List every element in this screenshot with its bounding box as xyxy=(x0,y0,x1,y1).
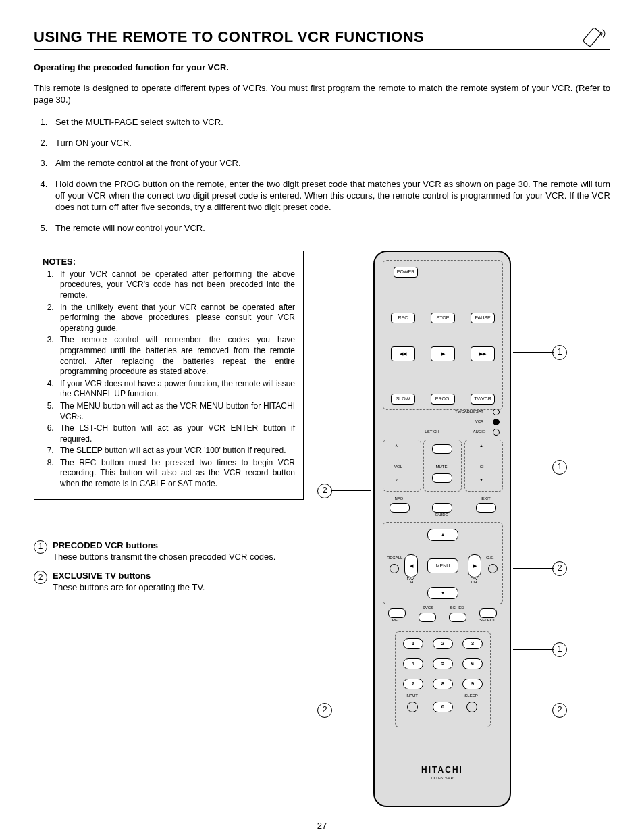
remote-icon xyxy=(583,27,610,47)
lstch-label: LST-CH xyxy=(422,429,442,435)
ff-button: ▶▶ xyxy=(471,346,495,361)
recall-button xyxy=(390,564,399,573)
ch-up-icon: ▲ xyxy=(479,444,483,449)
model-label: CLU-615MP xyxy=(375,776,510,781)
legend-marker-1: 1 xyxy=(34,540,47,554)
rec-select-button xyxy=(388,608,406,618)
note-item: In the unlikely event that your VCR cann… xyxy=(56,303,295,334)
notes-label: NOTES: xyxy=(43,257,295,268)
legend-title-2: EXCLUSIVE TV buttons xyxy=(53,571,151,581)
pause-button: PAUSE xyxy=(471,313,495,323)
svcs-button xyxy=(419,613,436,622)
menu-left-button: ◀ xyxy=(404,554,418,577)
guide-button xyxy=(432,503,452,513)
tvcablesat-label: TV/CABLE/SAT xyxy=(449,409,489,415)
num-2: 2 xyxy=(433,638,453,649)
callout-2-right-sleep: 2 xyxy=(552,703,567,718)
step-item: Aim the remote control at the front of y… xyxy=(50,158,610,170)
num-3: 3 xyxy=(462,638,483,649)
num-9: 9 xyxy=(462,679,483,689)
ch-down-icon: ▼ xyxy=(479,478,483,484)
exit-button xyxy=(476,503,496,513)
note-item: The MENU button will act as the VCR MENU… xyxy=(56,401,295,422)
switch-pos-tvcable xyxy=(493,409,500,415)
num-6: 6 xyxy=(462,658,483,669)
lstch-button xyxy=(432,444,452,454)
sched-button xyxy=(449,613,466,622)
menu-button: MENU xyxy=(427,558,458,573)
rec2-label: REC xyxy=(388,618,404,623)
brand-label: HITACHI xyxy=(375,765,510,776)
num-1: 1 xyxy=(403,638,423,649)
vol-up-icon: ∧ xyxy=(395,444,398,449)
audio-label: AUDIO xyxy=(469,429,489,435)
cs-label: C.S. xyxy=(486,556,494,561)
sched-label: SCHED xyxy=(448,606,466,611)
step-item: The remote will now control your VCR. xyxy=(50,223,610,234)
stop-button: STOP xyxy=(431,313,455,323)
rec-button: REC xyxy=(391,313,415,323)
favch-l-label: FAV CH xyxy=(404,577,417,585)
note-item: The LST-CH button will act as your VCR E… xyxy=(56,423,295,444)
note-item: If your VCR cannot be operated after per… xyxy=(56,269,295,301)
tvvcr-button: TV/VCR xyxy=(471,394,495,405)
mute-button xyxy=(432,473,452,483)
num-5: 5 xyxy=(433,658,453,669)
slow-button: SLOW xyxy=(391,394,415,405)
vol-label: VOL xyxy=(392,465,405,470)
vol-down-icon: ∨ xyxy=(395,478,398,484)
callout-1-right-top: 1 xyxy=(552,345,567,360)
subheading: Operating the precoded function for your… xyxy=(34,62,610,74)
menu-right-button: ▶ xyxy=(468,554,481,577)
intro-text: This remote is designed to operate diffe… xyxy=(34,83,610,106)
power-button: POWER xyxy=(394,267,418,278)
rewind-button: ◀◀ xyxy=(391,346,415,361)
info-button xyxy=(390,503,410,513)
callout-2-left-vol: 2 xyxy=(317,484,332,498)
page-number: 27 xyxy=(34,820,610,832)
sleep-label: SLEEP xyxy=(461,694,481,699)
callout-1-right-num: 1 xyxy=(552,642,567,657)
exit-label: EXIT xyxy=(476,496,496,502)
num-7: 7 xyxy=(403,679,423,689)
menu-up-button: ▲ xyxy=(427,529,458,541)
steps-list: Set the MULTI-PAGE select switch to VCR.… xyxy=(34,117,610,234)
step-item: Set the MULTI-PAGE select switch to VCR. xyxy=(50,117,610,128)
legend-marker-2: 2 xyxy=(34,571,47,584)
num-0: 0 xyxy=(433,702,453,712)
notes-box: NOTES: If your VCR cannot be operated af… xyxy=(34,251,304,500)
step-item: Hold down the PROG button on the remote,… xyxy=(50,179,610,213)
callout-1-right-ch: 1 xyxy=(552,460,567,475)
legend: 1 PRECODED VCR buttons These buttons tra… xyxy=(34,540,304,594)
svcs-label: SVCS xyxy=(419,606,437,611)
page-title: USING THE REMOTE TO CONTROL VCR FUNCTION… xyxy=(34,28,424,47)
note-item: The remote control will remember the cod… xyxy=(56,335,295,377)
info-label: INFO xyxy=(388,496,408,502)
note-item: The SLEEP button will act as your VCR '1… xyxy=(56,446,295,457)
callout-2-right-menu: 2 xyxy=(552,561,567,576)
play-button: ▶ xyxy=(431,346,455,361)
favch-r-label: FAV CH xyxy=(468,577,480,585)
input-label: INPUT xyxy=(402,694,422,699)
num-4: 4 xyxy=(403,658,423,669)
svg-rect-0 xyxy=(583,28,601,47)
legend-desc-1: These buttons transmit the chosen precod… xyxy=(53,552,275,562)
num-8: 8 xyxy=(433,679,453,689)
ch-label: CH xyxy=(476,465,489,470)
remote-diagram: POWER REC STOP PAUSE ◀◀ ▶ ▶▶ SLOW PROG. … xyxy=(373,251,511,807)
vcr-label: VCR xyxy=(469,419,489,425)
recall-label: RECALL xyxy=(387,556,402,561)
legend-title-1: PRECODED VCR buttons xyxy=(53,540,158,550)
note-item: If your VCR does not have a power functi… xyxy=(56,379,295,400)
note-item: The REC button must be pressed two times… xyxy=(56,458,295,490)
sleep-button xyxy=(466,702,477,712)
prog-button: PROG. xyxy=(431,394,455,405)
switch-pos-audio xyxy=(493,429,500,436)
select-button xyxy=(479,608,497,618)
select-label: SELECT xyxy=(476,618,499,623)
step-item: Turn ON your VCR. xyxy=(50,138,610,149)
switch-pos-vcr xyxy=(493,419,500,425)
input-button xyxy=(407,702,418,712)
cs-button xyxy=(488,564,498,573)
mute-label: MUTE xyxy=(432,465,451,470)
